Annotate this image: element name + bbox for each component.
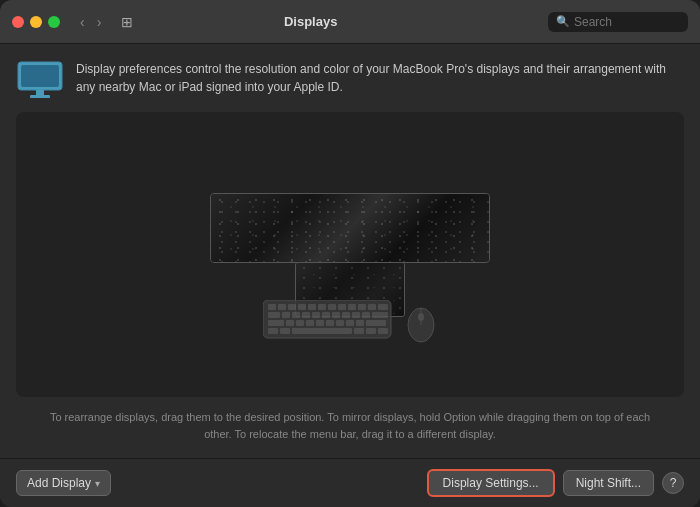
svg-rect-25: [352, 312, 360, 318]
svg-rect-12: [338, 304, 346, 310]
search-input[interactable]: [574, 15, 684, 29]
svg-rect-5: [268, 304, 276, 310]
svg-rect-1: [21, 65, 59, 87]
svg-rect-42: [366, 328, 376, 334]
monitor-icon: [16, 60, 64, 100]
svg-rect-7: [288, 304, 296, 310]
search-icon: 🔍: [556, 15, 570, 28]
display-settings-button[interactable]: Display Settings...: [427, 469, 555, 497]
svg-rect-10: [318, 304, 326, 310]
svg-rect-21: [312, 312, 320, 318]
svg-rect-9: [308, 304, 316, 310]
add-display-button[interactable]: Add Display ▾: [16, 470, 111, 496]
svg-rect-41: [354, 328, 364, 334]
svg-rect-23: [332, 312, 340, 318]
search-bar: 🔍: [548, 12, 688, 32]
svg-rect-31: [306, 320, 314, 326]
svg-rect-37: [366, 320, 386, 326]
window-title: Displays: [81, 14, 540, 29]
svg-rect-11: [328, 304, 336, 310]
svg-rect-27: [372, 312, 388, 318]
help-button[interactable]: ?: [662, 472, 684, 494]
svg-rect-32: [316, 320, 324, 326]
display-area: [16, 112, 684, 397]
svg-rect-26: [362, 312, 370, 318]
svg-rect-2: [36, 90, 44, 95]
svg-rect-30: [296, 320, 304, 326]
svg-rect-35: [346, 320, 354, 326]
svg-rect-8: [298, 304, 306, 310]
svg-rect-29: [286, 320, 294, 326]
svg-rect-43: [378, 328, 388, 334]
svg-rect-28: [268, 320, 284, 326]
svg-rect-40: [292, 328, 352, 334]
svg-rect-33: [326, 320, 334, 326]
minimize-button[interactable]: [30, 16, 42, 28]
svg-rect-22: [322, 312, 330, 318]
instructions: To rearrange displays, drag them to the …: [16, 409, 684, 442]
svg-rect-17: [268, 312, 280, 318]
svg-rect-15: [368, 304, 376, 310]
titlebar: ‹ › ⊞ Displays 🔍: [0, 0, 700, 44]
mouse-icon: [405, 297, 437, 347]
peripheral-area: [263, 297, 437, 347]
svg-rect-18: [282, 312, 290, 318]
svg-rect-19: [292, 312, 300, 318]
svg-rect-34: [336, 320, 344, 326]
svg-rect-24: [342, 312, 350, 318]
svg-rect-14: [358, 304, 366, 310]
svg-rect-36: [356, 320, 364, 326]
svg-rect-13: [348, 304, 356, 310]
svg-rect-38: [268, 328, 278, 334]
close-button[interactable]: [12, 16, 24, 28]
maximize-button[interactable]: [48, 16, 60, 28]
svg-rect-39: [280, 328, 290, 334]
svg-rect-6: [278, 304, 286, 310]
display-dots: [211, 194, 489, 262]
night-shift-button[interactable]: Night Shift...: [563, 470, 654, 496]
window: ‹ › ⊞ Displays 🔍 Disp: [0, 0, 700, 507]
info-text: Display preferences control the resoluti…: [76, 60, 684, 96]
bottom-bar: Add Display ▾ Display Settings... Night …: [0, 458, 700, 507]
keyboard-icon: [263, 300, 393, 344]
svg-rect-20: [302, 312, 310, 318]
svg-rect-3: [30, 95, 50, 98]
external-display[interactable]: [210, 193, 490, 263]
traffic-lights: [12, 16, 60, 28]
svg-point-46: [418, 313, 424, 321]
info-banner: Display preferences control the resoluti…: [16, 60, 684, 100]
monitor-icon-wrap: [16, 60, 64, 100]
content: Display preferences control the resoluti…: [0, 44, 700, 458]
svg-rect-16: [378, 304, 388, 310]
add-display-label: Add Display: [27, 476, 91, 490]
chevron-down-icon: ▾: [95, 478, 100, 489]
